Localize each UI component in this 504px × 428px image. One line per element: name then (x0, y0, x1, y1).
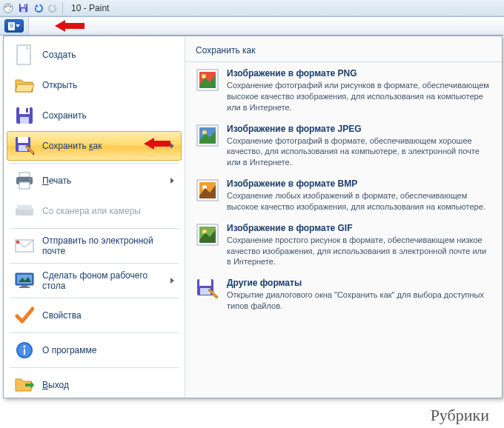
submenu-item-png[interactable]: Изображение в формате PNG Сохранение фот… (185, 62, 502, 118)
svg-rect-46 (199, 279, 211, 286)
file-menu-left-column: Создать Открыть Сохранить Сохранить как (4, 36, 185, 398)
svg-rect-13 (26, 108, 28, 113)
menu-item-save-as[interactable]: Сохранить как (7, 131, 182, 161)
chevron-down-icon (16, 24, 20, 27)
svg-rect-27 (21, 285, 27, 287)
scanner-icon (14, 201, 35, 221)
file-menu-right-column: Сохранить как Изображение в формате PNG … (185, 36, 502, 398)
submenu-item-title: Изображение в формате PNG (227, 68, 491, 78)
menu-item-properties[interactable]: Свойства (7, 301, 182, 330)
submenu-item-title: Изображение в формате JPEG (227, 124, 491, 134)
submenu-item-desc: Сохранение фотографий или рисунков в фор… (227, 80, 491, 113)
menu-label: Сделать фоном рабочего стола (42, 270, 170, 291)
svg-point-1 (5, 5, 7, 7)
menu-separator (10, 228, 179, 229)
submenu-item-title: Изображение в формате GIF (227, 223, 491, 233)
redo-icon[interactable] (46, 1, 59, 15)
paint-logo-icon (1, 1, 15, 15)
submenu-item-bmp[interactable]: Изображение в формате BMP Сохранение люб… (185, 173, 502, 217)
svg-point-4 (9, 8, 10, 10)
save-icon[interactable] (16, 1, 30, 15)
svg-rect-8 (24, 4, 25, 7)
bmp-format-icon (196, 178, 219, 202)
menu-separator (10, 367, 179, 368)
save-as-dialog-icon (196, 278, 219, 301)
save-disk-icon (14, 105, 35, 126)
svg-rect-17 (19, 173, 30, 177)
chevron-right-icon (170, 178, 174, 184)
submenu-item-other[interactable]: Другие форматы Открытие диалогового окна… (185, 272, 502, 316)
submenu-item-text: Другие форматы Открытие диалогового окна… (227, 278, 491, 312)
jpeg-format-icon (196, 124, 219, 147)
png-format-icon (196, 68, 219, 92)
svg-rect-15 (18, 137, 28, 143)
svg-rect-24 (16, 241, 19, 244)
svg-point-2 (7, 4, 9, 6)
submenu-header: Сохранить как (185, 41, 502, 62)
file-menu-button[interactable] (4, 19, 24, 33)
gif-format-icon (196, 223, 219, 247)
undo-icon[interactable] (31, 1, 44, 15)
menu-label: Сохранить как (42, 141, 136, 151)
menu-item-email[interactable]: Отправить по электронной почте (7, 231, 182, 261)
quick-access-toolbar (1, 1, 59, 15)
menu-item-desktop-bg[interactable]: Сделать фоном рабочего стола (7, 266, 182, 295)
svg-rect-26 (17, 275, 32, 284)
submenu-item-desc: Сохранение фотографий в формате, обеспеч… (227, 136, 491, 169)
separator (62, 2, 64, 14)
svg-rect-31 (24, 349, 25, 355)
menu-item-exit[interactable]: Выход (7, 370, 182, 400)
menu-label: О программе (42, 345, 174, 355)
svg-point-3 (10, 5, 11, 7)
menu-label: Со сканера или камеры (42, 206, 174, 216)
new-document-icon (14, 44, 35, 65)
menu-item-save[interactable]: Сохранить (7, 101, 182, 130)
menu-label: Выход (42, 380, 174, 390)
file-menu-dropdown: Создать Открыть Сохранить Сохранить как (3, 36, 503, 398)
submenu-item-text: Изображение в формате PNG Сохранение фот… (227, 68, 491, 113)
document-icon (8, 22, 15, 30)
menu-item-create[interactable]: Создать (7, 40, 182, 70)
menu-item-scanner: Со сканера или камеры (7, 196, 182, 226)
exit-icon (14, 375, 35, 395)
desktop-background-icon (14, 270, 35, 291)
submenu-item-desc: Сохранение любых изображений в формате, … (227, 190, 491, 213)
svg-rect-19 (19, 182, 30, 189)
submenu-item-text: Изображение в формате GIF Сохранение про… (227, 223, 491, 268)
menu-item-print[interactable]: Печать (7, 166, 182, 195)
menu-label: Печать (42, 175, 170, 186)
submenu-item-text: Изображение в формате BMP Сохранение люб… (227, 178, 491, 213)
submenu-item-text: Изображение в формате JPEG Сохранение фо… (227, 124, 491, 169)
menu-label: Свойства (42, 310, 174, 321)
submenu-item-title: Изображение в формате BMP (227, 178, 491, 189)
printer-icon (14, 170, 35, 191)
chevron-right-icon (170, 143, 174, 149)
menu-item-about[interactable]: О программе (7, 335, 182, 365)
menu-separator (10, 263, 179, 264)
menu-label: Открыть (42, 80, 174, 90)
svg-point-32 (24, 346, 26, 348)
submenu-item-title: Другие форматы (227, 278, 491, 288)
save-as-icon (14, 136, 35, 156)
info-icon (14, 340, 35, 361)
submenu-item-desc: Сохранение простого рисунок в формате, о… (227, 235, 491, 268)
page-heading-rubriki: Рубрики (431, 406, 489, 425)
menu-separator (10, 332, 179, 333)
submenu-item-jpeg[interactable]: Изображение в формате JPEG Сохранение фо… (185, 118, 502, 173)
chevron-right-icon (170, 278, 174, 284)
svg-rect-7 (21, 8, 25, 12)
svg-rect-12 (20, 117, 29, 124)
menu-separator (10, 163, 179, 164)
svg-point-35 (202, 74, 206, 78)
submenu-item-desc: Открытие диалогового окна "Сохранить как… (227, 290, 491, 312)
submenu-item-gif[interactable]: Изображение в формате GIF Сохранение про… (185, 217, 502, 272)
menu-label: Создать (42, 50, 174, 60)
menu-separator (10, 298, 179, 298)
menu-label: Сохранить (42, 110, 174, 121)
ribbon-tabs-area (28, 17, 504, 35)
annotation-arrow-top (55, 20, 84, 36)
annotation-arrow-inline (144, 138, 170, 155)
menu-item-open[interactable]: Открыть (7, 70, 182, 100)
svg-rect-28 (19, 287, 30, 288)
envelope-icon (14, 235, 35, 256)
